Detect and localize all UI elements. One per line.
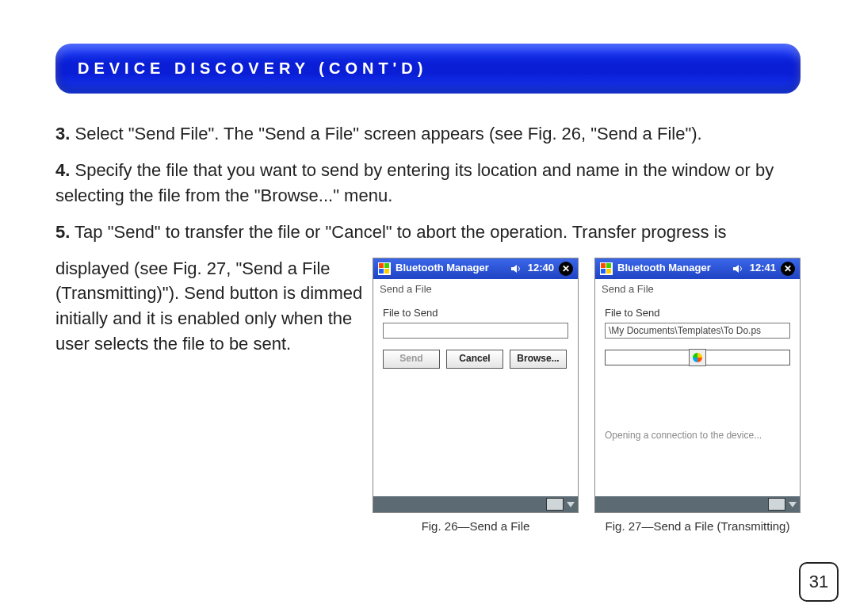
step-text: Tap "Send" to transfer the file or "Canc… bbox=[70, 222, 726, 242]
status-text: Opening a connection to the device... bbox=[605, 429, 790, 442]
clock-text: 12:41 bbox=[750, 261, 776, 276]
file-to-send-label: File to Send bbox=[605, 306, 790, 321]
busy-cursor-icon bbox=[689, 349, 706, 366]
file-path-input[interactable] bbox=[383, 323, 568, 339]
step-3: 3. Select "Send File". The "Send a File"… bbox=[55, 121, 801, 147]
menu-triangle-icon[interactable] bbox=[567, 502, 575, 507]
pda-taskbar bbox=[595, 496, 800, 512]
svg-rect-1 bbox=[384, 263, 389, 268]
manual-page: DEVICE DISCOVERY (CONT'D) 3. Select "Sen… bbox=[0, 0, 856, 616]
step-number: 4. bbox=[55, 160, 70, 180]
pda-titlebar: Bluetooth Manager 12:41 ✕ bbox=[595, 258, 800, 279]
svg-rect-5 bbox=[601, 263, 606, 268]
svg-marker-9 bbox=[733, 265, 739, 273]
close-icon[interactable]: ✕ bbox=[559, 262, 573, 276]
clock-text: 12:40 bbox=[528, 261, 554, 276]
pda-body: File to Send \My Documents\Templates\To … bbox=[595, 298, 800, 496]
svg-rect-3 bbox=[384, 269, 389, 274]
file-path-input[interactable]: \My Documents\Templates\To Do.ps bbox=[605, 323, 790, 339]
step-text: Select "Send File". The "Send a File" sc… bbox=[70, 124, 701, 143]
pda-taskbar bbox=[373, 496, 578, 512]
step-number: 5. bbox=[55, 222, 70, 242]
section-banner: DEVICE DISCOVERY (CONT'D) bbox=[55, 44, 801, 94]
figure-caption: Fig. 26—Send a File bbox=[373, 518, 579, 535]
banner-title: DEVICE DISCOVERY (CONT'D) bbox=[78, 59, 427, 77]
figure-caption: Fig. 27—Send a File (Transmitting) bbox=[594, 518, 801, 535]
pda-body: File to Send Send Cancel Browse... bbox=[373, 298, 578, 496]
step-5-continuation: displayed (see Fig. 27, "Send a File (Tr… bbox=[55, 256, 365, 358]
svg-rect-0 bbox=[379, 263, 384, 268]
screen-subtitle: Send a File bbox=[373, 279, 578, 299]
svg-rect-6 bbox=[606, 263, 611, 268]
step-text: displayed (see Fig. 27, "Send a File (Tr… bbox=[55, 258, 362, 354]
close-icon[interactable]: ✕ bbox=[781, 262, 795, 276]
titlebar-text: Bluetooth Manager bbox=[396, 261, 489, 276]
figure-27: Bluetooth Manager 12:41 ✕ Send a File Fi… bbox=[594, 258, 801, 536]
body-text: 3. Select "Send File". The "Send a File"… bbox=[55, 121, 801, 535]
step-5: 5. Tap "Send" to transfer the file or "C… bbox=[55, 220, 801, 245]
svg-marker-4 bbox=[511, 265, 517, 273]
pda-titlebar: Bluetooth Manager 12:40 ✕ bbox=[373, 258, 578, 279]
cancel-button[interactable]: Cancel bbox=[446, 350, 503, 368]
titlebar-text: Bluetooth Manager bbox=[617, 261, 711, 276]
figure-26: Bluetooth Manager 12:40 ✕ Send a File Fi… bbox=[373, 258, 579, 536]
pda-screenshot: Bluetooth Manager 12:41 ✕ Send a File Fi… bbox=[594, 258, 801, 514]
button-row: Send Cancel Browse... bbox=[383, 350, 568, 368]
svg-rect-7 bbox=[601, 269, 606, 274]
page-number-value: 31 bbox=[809, 572, 828, 592]
keyboard-icon[interactable] bbox=[768, 498, 785, 511]
send-button[interactable]: Send bbox=[383, 350, 440, 368]
browse-button[interactable]: Browse... bbox=[510, 350, 567, 368]
progress-bar bbox=[605, 350, 790, 365]
pda-screenshot: Bluetooth Manager 12:40 ✕ Send a File Fi… bbox=[373, 258, 579, 514]
figures-row: Bluetooth Manager 12:40 ✕ Send a File Fi… bbox=[373, 258, 801, 536]
step-4: 4. Specify the file that you want to sen… bbox=[55, 158, 801, 209]
keyboard-icon[interactable] bbox=[546, 498, 564, 511]
file-to-send-label: File to Send bbox=[383, 306, 568, 321]
step-number: 3. bbox=[55, 124, 70, 143]
svg-rect-8 bbox=[606, 269, 611, 274]
speaker-icon bbox=[509, 262, 523, 276]
svg-rect-2 bbox=[379, 269, 384, 274]
menu-triangle-icon[interactable] bbox=[789, 502, 797, 507]
windows-flag-icon bbox=[600, 262, 613, 275]
screen-subtitle: Send a File bbox=[595, 279, 800, 299]
speaker-icon bbox=[731, 262, 745, 276]
windows-flag-icon bbox=[378, 262, 391, 275]
step-text: Specify the file that you want to send b… bbox=[55, 160, 774, 205]
page-number: 31 bbox=[799, 562, 839, 602]
